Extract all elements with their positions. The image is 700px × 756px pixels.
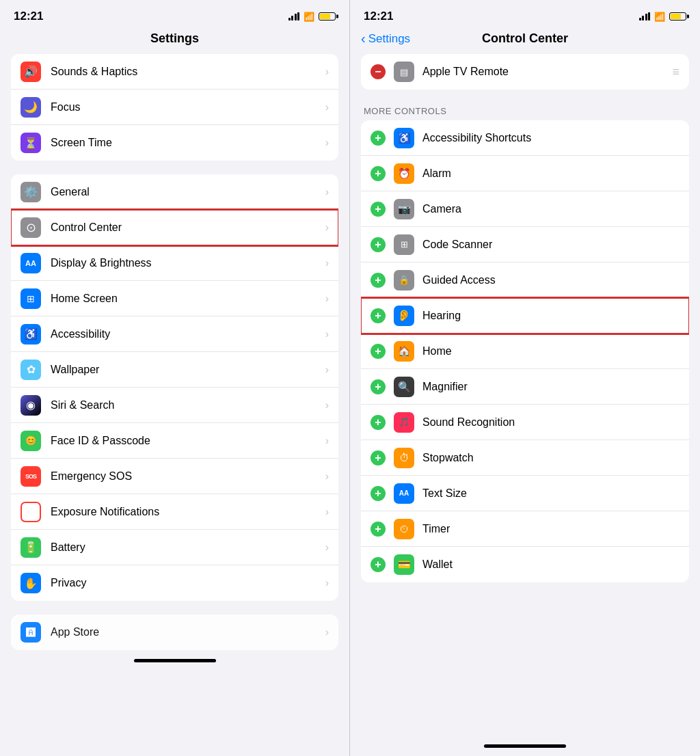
timer-icon: ⏲ bbox=[394, 519, 414, 539]
add-alarm-button[interactable]: + bbox=[371, 166, 386, 181]
code-scanner-icon: ⊞ bbox=[394, 234, 414, 255]
general-chevron-icon: › bbox=[325, 186, 329, 198]
included-controls-block: − ▤ Apple TV Remote ≡ bbox=[361, 54, 689, 90]
appletv-icon: ▤ bbox=[394, 62, 414, 82]
accessibility-chevron-icon: › bbox=[325, 328, 329, 340]
add-guided-access-button[interactable]: + bbox=[371, 273, 386, 288]
right-signal-bars-icon bbox=[639, 12, 651, 21]
more-controls-header: MORE CONTROLS bbox=[361, 95, 689, 120]
right-home-bar bbox=[484, 744, 566, 748]
settings-item-display[interactable]: AA Display & Brightness › bbox=[11, 245, 338, 281]
remove-appletv-button[interactable]: − bbox=[371, 64, 386, 79]
accessibility-icon: ♿ bbox=[21, 324, 41, 345]
add-home-button[interactable]: + bbox=[371, 344, 386, 359]
control-item-magnifier[interactable]: + 🔍 Magnifier bbox=[361, 369, 689, 405]
homescreen-label: Home Screen bbox=[51, 293, 325, 305]
control-item-accessibility-shortcuts[interactable]: + ♿ Accessibility Shortcuts bbox=[361, 120, 689, 156]
settings-item-appstore[interactable]: 🅰 App Store › bbox=[11, 615, 338, 650]
settings-item-exposure[interactable]: ❋ Exposure Notifications › bbox=[11, 494, 338, 530]
appstore-chevron-icon: › bbox=[325, 626, 329, 638]
add-timer-button[interactable]: + bbox=[371, 522, 386, 537]
add-magnifier-button[interactable]: + bbox=[371, 379, 386, 394]
right-wifi-icon: 📶 bbox=[654, 12, 665, 22]
settings-item-faceid[interactable]: 😊 Face ID & Passcode › bbox=[11, 423, 338, 459]
control-item-alarm[interactable]: + ⏰ Alarm bbox=[361, 156, 689, 191]
settings-item-sounds[interactable]: 🔊 Sounds & Haptics › bbox=[11, 54, 338, 90]
focus-label: Focus bbox=[51, 101, 325, 113]
battery-chevron-icon: › bbox=[325, 541, 329, 554]
alarm-icon: ⏰ bbox=[394, 163, 414, 184]
control-item-appletv[interactable]: − ▤ Apple TV Remote ≡ bbox=[361, 54, 689, 90]
settings-item-general[interactable]: ⚙️ General › bbox=[11, 174, 338, 210]
controlcenter-label: Control Center bbox=[51, 221, 325, 234]
privacy-icon: ✋ bbox=[21, 573, 41, 593]
control-item-home[interactable]: + 🏠 Home bbox=[361, 334, 689, 369]
control-item-timer[interactable]: + ⏲ Timer bbox=[361, 511, 689, 547]
appletv-label: Apple TV Remote bbox=[422, 66, 672, 78]
exposure-icon: ❋ bbox=[21, 502, 41, 522]
add-accessibility-shortcuts-button[interactable]: + bbox=[371, 131, 386, 146]
screentime-icon: ⏳ bbox=[21, 133, 41, 153]
settings-item-emergency[interactable]: SOS Emergency SOS › bbox=[11, 459, 338, 494]
add-hearing-button[interactable]: + bbox=[371, 308, 386, 323]
right-status-icons: 📶 bbox=[639, 12, 687, 22]
control-item-hearing[interactable]: + 👂 Hearing bbox=[361, 298, 689, 334]
display-chevron-icon: › bbox=[325, 257, 329, 269]
battery-icon: 🔋 bbox=[21, 537, 41, 558]
faceid-icon: 😊 bbox=[21, 431, 41, 451]
add-wallet-button[interactable]: + bbox=[371, 557, 386, 572]
settings-item-wallpaper[interactable]: ✿ Wallpaper › bbox=[11, 352, 338, 388]
appstore-label: App Store bbox=[51, 626, 325, 638]
wallet-label: Wallet bbox=[422, 558, 679, 571]
display-icon: AA bbox=[21, 253, 41, 273]
wallpaper-chevron-icon: › bbox=[325, 364, 329, 376]
add-sound-recognition-button[interactable]: + bbox=[371, 415, 386, 430]
add-stopwatch-button[interactable]: + bbox=[371, 450, 386, 465]
controlcenter-chevron-icon: › bbox=[325, 221, 329, 234]
siri-chevron-icon: › bbox=[325, 399, 329, 411]
add-camera-button[interactable]: + bbox=[371, 202, 386, 217]
camera-label: Camera bbox=[422, 203, 679, 215]
battery-status-icon bbox=[319, 12, 336, 21]
control-item-camera[interactable]: + 📷 Camera bbox=[361, 191, 689, 227]
settings-item-accessibility[interactable]: ♿ Accessibility › bbox=[11, 316, 338, 352]
appletv-drag-handle-icon[interactable]: ≡ bbox=[672, 65, 679, 79]
add-text-size-button[interactable]: + bbox=[371, 486, 386, 501]
settings-item-battery[interactable]: 🔋 Battery › bbox=[11, 530, 338, 565]
wallpaper-label: Wallpaper bbox=[51, 364, 325, 376]
control-item-sound-recognition[interactable]: + 🎵 Sound Recognition bbox=[361, 405, 689, 440]
privacy-chevron-icon: › bbox=[325, 577, 329, 589]
settings-item-homescreen[interactable]: ⊞ Home Screen › bbox=[11, 281, 338, 316]
code-scanner-label: Code Scanner bbox=[422, 239, 679, 251]
settings-item-focus[interactable]: 🌙 Focus › bbox=[11, 90, 338, 125]
settings-item-screentime[interactable]: ⏳ Screen Time › bbox=[11, 125, 338, 161]
right-header: ‹ Settings Control Center bbox=[350, 29, 700, 54]
control-item-wallet[interactable]: + 💳 Wallet bbox=[361, 547, 689, 582]
right-battery-status-icon bbox=[669, 12, 686, 21]
settings-item-privacy[interactable]: ✋ Privacy › bbox=[11, 565, 338, 601]
right-status-time: 12:21 bbox=[364, 10, 393, 23]
focus-icon: 🌙 bbox=[21, 97, 41, 118]
settings-item-siri[interactable]: ◉ Siri & Search › bbox=[11, 388, 338, 423]
focus-chevron-icon: › bbox=[325, 101, 329, 113]
back-button[interactable]: ‹ Settings bbox=[361, 31, 410, 46]
faceid-label: Face ID & Passcode bbox=[51, 435, 325, 447]
right-home-indicator bbox=[350, 735, 700, 756]
sounds-label: Sounds & Haptics bbox=[51, 66, 325, 78]
more-controls-block: + ♿ Accessibility Shortcuts + ⏰ Alarm + … bbox=[361, 120, 689, 582]
exposure-chevron-icon: › bbox=[325, 506, 329, 518]
control-item-text-size[interactable]: + AA Text Size bbox=[361, 476, 689, 511]
right-scroll-content[interactable]: − ▤ Apple TV Remote ≡ MORE CONTROLS + ♿ … bbox=[350, 54, 700, 735]
left-status-time: 12:21 bbox=[14, 10, 43, 23]
camera-icon: 📷 bbox=[394, 199, 414, 219]
alarm-label: Alarm bbox=[422, 167, 679, 180]
control-item-code-scanner[interactable]: + ⊞ Code Scanner bbox=[361, 227, 689, 262]
left-status-icons: 📶 bbox=[288, 12, 336, 22]
add-code-scanner-button[interactable]: + bbox=[371, 237, 386, 252]
control-item-stopwatch[interactable]: + ⏱ Stopwatch bbox=[361, 440, 689, 476]
settings-item-controlcenter[interactable]: ⊙ Control Center › bbox=[11, 210, 338, 245]
magnifier-icon: 🔍 bbox=[394, 377, 414, 397]
accessibility-label: Accessibility bbox=[51, 328, 325, 340]
control-item-guided-access[interactable]: + 🔒 Guided Access bbox=[361, 262, 689, 298]
screentime-label: Screen Time bbox=[51, 137, 325, 149]
